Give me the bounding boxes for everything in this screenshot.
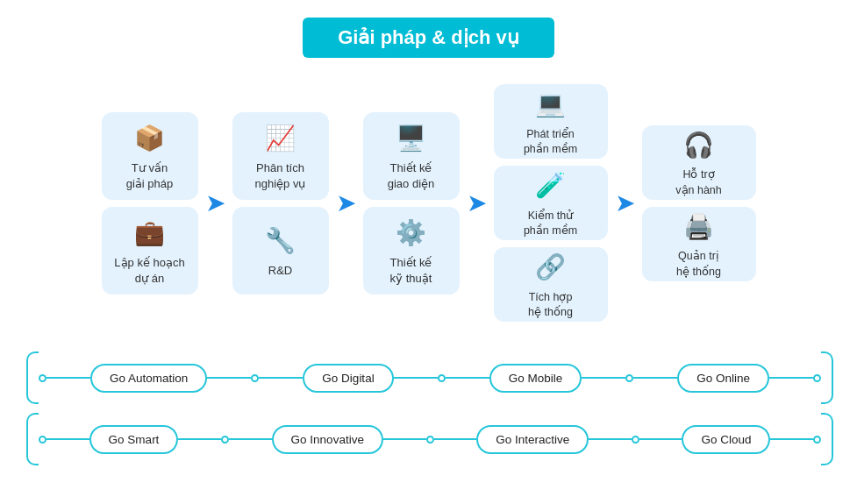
bracket-left-1 <box>26 351 39 404</box>
page-title: Giải pháp & dịch vụ <box>303 18 554 58</box>
kiem-thu-label: Kiểm thửphần mềm <box>524 209 577 239</box>
thiet-ke-gd-box: 🖥️ Thiết kếgiao diện <box>363 112 460 200</box>
pipe-go-interactive[interactable]: Go Interactive <box>476 425 589 454</box>
kiem-thu-box: 🧪 Kiểm thửphần mềm <box>494 166 608 240</box>
pipe-go-smart[interactable]: Go Smart <box>89 425 179 454</box>
rnd-icon: 🔧 <box>265 224 296 258</box>
thiet-ke-kt-icon: ⚙️ <box>396 216 426 250</box>
ho-tro-box: 🎧 Hỗ trợvận hành <box>642 125 756 200</box>
tich-hop-label: Tích hợphệ thống <box>528 290 573 321</box>
step4-group: 💻 Phát triểnphần mềm 🧪 Kiểm thửphần mềm … <box>494 84 608 322</box>
arrow3: ➤ <box>467 188 487 217</box>
dot2-4 <box>632 436 639 444</box>
tu-van-box: 📦 Tư vấngiải pháp <box>102 112 198 200</box>
arrow1: ➤ <box>205 188 225 217</box>
line1-1 <box>46 377 90 379</box>
pipeline-row2: Go Smart Go Innovative Go Interactive Go… <box>26 413 833 465</box>
rnd-box: 🔧 R&D <box>232 207 329 295</box>
line2-1 <box>46 438 89 440</box>
kiem-thu-icon: 🧪 <box>535 168 566 202</box>
line2-6 <box>589 438 632 440</box>
ho-tro-icon: 🎧 <box>683 128 714 162</box>
phat-trien-label: Phát triểnphần mềm <box>524 127 577 158</box>
step5-group: 🎧 Hỗ trợvận hành 🖨️ Quản trịhệ thống <box>642 125 756 281</box>
pipeline-row1: Go Automation Go Digital Go Mobile Go On… <box>26 351 833 404</box>
line1-3 <box>259 377 303 379</box>
pipe-go-online[interactable]: Go Online <box>677 364 769 393</box>
dot2-5 <box>813 436 821 444</box>
phan-tich-box: 📈 Phân tíchnghiệp vụ <box>232 112 329 200</box>
thiet-ke-kt-label: Thiết kếkỹ thuật <box>390 255 432 287</box>
pipeline-section: Go Automation Go Digital Go Mobile Go On… <box>26 351 831 465</box>
quan-tri-label: Quản trịhệ thống <box>676 249 721 280</box>
line2-2 <box>178 438 221 440</box>
thiet-ke-kt-box: ⚙️ Thiết kếkỹ thuật <box>363 207 460 295</box>
dot1-4 <box>625 374 633 382</box>
dot2-1 <box>39 436 46 444</box>
inner-row2: Go Smart Go Innovative Go Interactive Go… <box>39 425 821 454</box>
dot1-2 <box>251 374 259 382</box>
step3-group: 🖥️ Thiết kếgiao diện ⚙️ Thiết kếkỹ thuật <box>363 112 460 295</box>
line2-8 <box>770 438 813 440</box>
line1-4 <box>394 377 438 379</box>
line2-4 <box>383 438 426 440</box>
rnd-label: R&D <box>268 263 292 279</box>
line2-3 <box>229 438 272 440</box>
dot1-3 <box>438 374 446 382</box>
lap-ke-hoach-icon: 💼 <box>134 216 165 250</box>
tich-hop-icon: 🔗 <box>535 250 566 284</box>
line1-2 <box>207 377 251 379</box>
thiet-ke-gd-icon: 🖥️ <box>396 121 426 155</box>
lap-ke-hoach-box: 💼 Lập kế hoạchdự án <box>102 207 198 295</box>
inner-row1: Go Automation Go Digital Go Mobile Go On… <box>39 364 821 393</box>
thiet-ke-gd-label: Thiết kếgiao diện <box>388 160 435 192</box>
step2-group: 📈 Phân tíchnghiệp vụ 🔧 R&D <box>232 112 329 295</box>
line1-8 <box>769 377 813 379</box>
phat-trien-box: 💻 Phát triểnphần mềm <box>494 84 608 159</box>
lap-ke-hoach-label: Lập kế hoạchdự án <box>114 255 184 287</box>
arrow4: ➤ <box>615 188 635 217</box>
dot1-5 <box>813 374 821 382</box>
tu-van-icon: 📦 <box>134 121 165 155</box>
step1-group: 📦 Tư vấngiải pháp 💼 Lập kế hoạchdự án <box>102 112 198 295</box>
flow-diagram: 📦 Tư vấngiải pháp 💼 Lập kế hoạchdự án ➤ … <box>26 84 831 322</box>
pipe-go-cloud[interactable]: Go Cloud <box>682 425 770 454</box>
ho-tro-label: Hỗ trợvận hành <box>675 167 721 198</box>
pipe-go-digital[interactable]: Go Digital <box>303 364 393 393</box>
pipe-go-mobile[interactable]: Go Mobile <box>489 364 582 393</box>
bracket-left-2 <box>26 413 39 465</box>
dot2-2 <box>221 436 229 444</box>
line1-5 <box>446 377 489 379</box>
dot1-1 <box>39 374 46 382</box>
quan-tri-box: 🖨️ Quản trịhệ thống <box>642 207 756 281</box>
phan-tich-label: Phân tíchnghiệp vụ <box>255 160 306 192</box>
quan-tri-icon: 🖨️ <box>683 209 714 244</box>
phan-tich-icon: 📈 <box>265 121 296 155</box>
tu-van-label: Tư vấngiải pháp <box>126 160 174 192</box>
line1-6 <box>582 377 625 379</box>
tich-hop-box: 🔗 Tích hợphệ thống <box>494 247 608 322</box>
dot2-3 <box>426 436 434 444</box>
pipe-go-automation[interactable]: Go Automation <box>90 364 207 393</box>
pipe-go-innovative[interactable]: Go Innovative <box>272 425 383 454</box>
bracket-right-1 <box>821 351 833 404</box>
arrow2: ➤ <box>336 188 356 217</box>
line1-7 <box>633 377 677 379</box>
line2-5 <box>434 438 477 440</box>
phat-trien-icon: 💻 <box>535 87 566 121</box>
bracket-right-2 <box>821 413 833 465</box>
line2-7 <box>639 438 682 440</box>
